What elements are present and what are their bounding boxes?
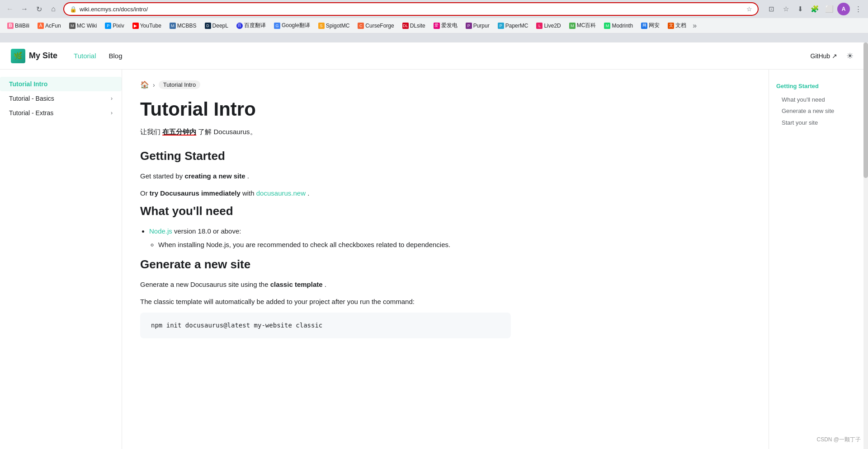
bookmark-anyw[interactable]: 网 网安 — [637, 20, 663, 31]
mcwiki-label: MC Wiki — [77, 23, 97, 29]
bookmark-youtube[interactable]: ▶ YouTube — [129, 21, 165, 30]
subtitle-suffix: 了解 Docusaurus。 — [198, 128, 256, 136]
bookmark-dlsite[interactable]: DL DLsite — [399, 21, 429, 30]
toc-what-youll-need[interactable]: What you'll need — [776, 94, 861, 106]
docusaurus-new-link[interactable]: docusaurus.new — [256, 189, 306, 197]
sidebar-item-tutorial-extras[interactable]: Tutorial - Extras › — [0, 106, 122, 120]
mc-label: MC百科 — [577, 22, 596, 29]
bookmarks-button[interactable]: ☆ — [779, 3, 792, 15]
zoom-button[interactable]: ⬜ — [823, 3, 835, 15]
right-sidebar-toc: Getting Started What you'll need Generat… — [769, 70, 868, 449]
code-block: npm init docusaurus@latest my-website cl… — [140, 313, 511, 338]
nodejs-sub-list: When installing Node.js, you are recomme… — [158, 239, 511, 251]
wendang-label: 文档 — [675, 22, 686, 29]
bookmark-google[interactable]: G Google翻译 — [270, 20, 314, 31]
extensions-button[interactable]: 🧩 — [808, 3, 821, 15]
browser-action-buttons: ⊡ ☆ ⬇ 🧩 ⬜ A ⋮ — [765, 3, 864, 15]
mcwiki-icon: M — [69, 23, 75, 29]
bookmark-mcbbs[interactable]: M MCBBS — [166, 21, 200, 30]
nav-blog[interactable]: Blog — [104, 49, 128, 62]
subtitle-prefix: 让我们 — [140, 128, 160, 136]
subtitle: 让我们 在五分钟内 了解 Docusaurus。 — [140, 128, 511, 136]
bilibili-icon: B — [7, 23, 14, 29]
scrollbar[interactable] — [863, 42, 868, 449]
bookmark-aifa[interactable]: 爱 爱发电 — [430, 20, 461, 31]
breadcrumb-current: Tutorial Intro — [159, 80, 201, 89]
pixiv-icon: P — [105, 23, 111, 29]
watermark: CSDN @一颗丁子 — [816, 436, 861, 444]
dlsite-label: DLsite — [410, 23, 425, 29]
curse-icon: C — [358, 23, 364, 29]
nav-tutorial[interactable]: Tutorial — [68, 49, 101, 62]
page-wrapper: 🌿 My Site Tutorial Blog GitHub ↗ ☀ Tutor… — [0, 42, 868, 449]
dlsite-icon: DL — [402, 23, 409, 29]
bookmark-purpur[interactable]: P Purpur — [462, 21, 493, 30]
bookmark-star-icon[interactable]: ☆ — [746, 5, 752, 13]
site-header-right: GitHub ↗ ☀ — [811, 49, 857, 63]
github-link[interactable]: GitHub ↗ — [811, 52, 837, 60]
browser-chrome: ← → ↻ ⌂ 🔒 wiki.encmys.cn/docs/intro/ ☆ ⊡… — [0, 0, 868, 42]
deepl-icon: D — [205, 23, 211, 29]
bookmark-mc[interactable]: M MC百科 — [566, 20, 600, 31]
sidebar-item-tutorial-basics[interactable]: Tutorial - Basics › — [0, 91, 122, 106]
toc-start-your-site[interactable]: Start your site — [776, 117, 861, 129]
bookmark-pixiv[interactable]: P Pixiv — [101, 21, 127, 30]
generate-site-para1: Generate a new Docusaurus site using the… — [140, 279, 511, 290]
content-inner: 🏠 › Tutorial Intro Tutorial Intro 让我们 在五… — [122, 70, 529, 365]
breadcrumb-separator: › — [153, 81, 155, 89]
profile-button[interactable]: A — [837, 3, 850, 15]
deepl-label: DeepL — [212, 23, 228, 29]
breadcrumb-home-icon[interactable]: 🏠 — [140, 80, 149, 89]
cast-button[interactable]: ⊡ — [765, 3, 778, 15]
bookmark-deepl[interactable]: D DeepL — [201, 21, 232, 30]
forward-button[interactable]: → — [18, 3, 31, 15]
downloads-button[interactable]: ⬇ — [794, 3, 807, 15]
site-logo[interactable]: 🌿 My Site — [11, 49, 57, 63]
getting-started-para1-suffix: . — [247, 172, 249, 180]
papermc-label: PaperMC — [505, 23, 528, 29]
wendang-icon: 文 — [668, 23, 674, 29]
bookmark-wendang[interactable]: 文 文档 — [664, 20, 690, 31]
back-button[interactable]: ← — [4, 3, 16, 15]
theme-toggle-button[interactable]: ☀ — [843, 49, 857, 63]
toc-getting-started[interactable]: Getting Started — [776, 80, 861, 92]
bookmark-papermc[interactable]: P PaperMC — [494, 21, 532, 30]
reload-button[interactable]: ↻ — [33, 3, 45, 15]
sidebar-item-tutorial-intro[interactable]: Tutorial Intro — [0, 77, 122, 91]
getting-started-heading: Getting Started — [140, 149, 511, 163]
requirements-list: Node.js version 18.0 or above: When inst… — [149, 225, 511, 250]
bookmark-live2d[interactable]: L Live2D — [533, 21, 564, 30]
site-logo-text: My Site — [29, 51, 57, 61]
bookmark-bilibili[interactable]: B BiliBili — [4, 21, 33, 30]
code-content: npm init docusaurus@latest my-website cl… — [151, 322, 322, 329]
getting-started-para2-middle: with — [242, 189, 256, 197]
bookmark-mcwiki[interactable]: M MC Wiki — [66, 21, 101, 30]
menu-button[interactable]: ⋮ — [852, 3, 864, 15]
baidu-label: 百度翻译 — [244, 22, 266, 29]
nodejs-version-text: version 18.0 or above: — [174, 227, 241, 235]
youtube-icon: ▶ — [132, 23, 139, 29]
bookmark-acfun[interactable]: A AcFun — [34, 21, 65, 30]
aifa-icon: 爱 — [434, 23, 440, 29]
generate-site-para1-prefix: Generate a new Docusaurus site using the — [140, 281, 270, 288]
url-text: wiki.encmys.cn/docs/intro/ — [80, 6, 744, 13]
site-nav: Tutorial Blog — [68, 49, 128, 62]
bookmark-baidu[interactable]: 百 百度翻译 — [233, 20, 269, 31]
bookmark-spigot[interactable]: S SpigotMC — [315, 21, 354, 30]
home-button[interactable]: ⌂ — [47, 3, 60, 15]
baidu-icon: 百 — [236, 23, 243, 29]
sidebar-item-tutorial-extras-label: Tutorial - Extras — [9, 109, 111, 117]
generate-site-heading: Generate a new site — [140, 257, 511, 271]
nodejs-link[interactable]: Node.js — [149, 227, 172, 235]
purpur-label: Purpur — [473, 23, 490, 29]
generate-site-para2: The classic template will automatically … — [140, 296, 511, 308]
site-header: 🌿 My Site Tutorial Blog GitHub ↗ ☀ — [0, 42, 868, 70]
bookmark-modrinth[interactable]: M Modrinth — [600, 21, 637, 30]
toc-generate-new-site[interactable]: Generate a new site — [776, 105, 861, 117]
more-bookmarks[interactable]: » — [691, 22, 698, 30]
bookmark-curse[interactable]: C CurseForge — [354, 21, 397, 30]
mcbbs-label: MCBBS — [177, 23, 197, 29]
live2d-icon: L — [536, 23, 542, 29]
anyw-icon: 网 — [641, 23, 647, 29]
address-bar[interactable]: 🔒 wiki.encmys.cn/docs/intro/ ☆ — [63, 2, 759, 16]
